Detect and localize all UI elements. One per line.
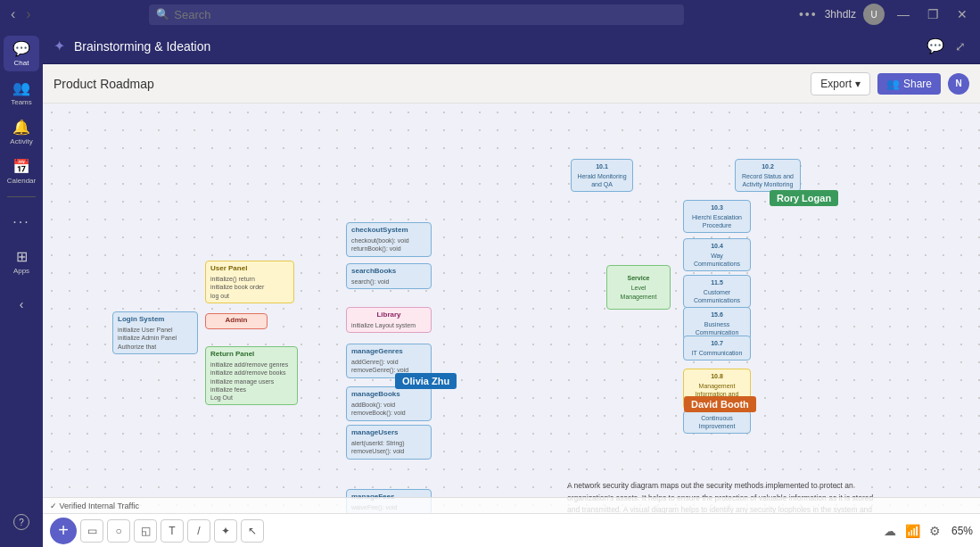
main-area: ✦ Brainstorming & Ideation 💬 ⤢ Product R… <box>43 29 980 547</box>
expand-button[interactable]: ⤢ <box>951 36 969 57</box>
sidebar-collapse-button[interactable]: ‹ <box>4 286 39 322</box>
node-10-7: 10.7 IT Communication <box>683 336 751 361</box>
node-manage-users: manageUsers alert(userld: String) remove… <box>346 425 432 460</box>
pointer-tool[interactable]: ↖ <box>241 519 264 543</box>
node-checkout-system: checkoutSystem checkout(book): void retu… <box>346 222 432 257</box>
bottom-toolbar: + ▭ ○ ◱ T / ✦ ↖ ☁ 📶 ⚙ 65% <box>43 513 980 547</box>
export-label: Export <box>820 78 852 90</box>
cursor-rory-logan: Rory Logan <box>770 190 838 206</box>
node-library: Library initialize Layout system <box>346 307 432 333</box>
node-11-5: 11.5 Customer Communications <box>683 275 751 308</box>
zoom-level-label: 65% <box>951 525 973 537</box>
wifi-icon[interactable]: 📶 <box>903 522 922 540</box>
sidebar-item-chat[interactable]: 💬 Chat <box>4 36 39 71</box>
verified-traffic-label: ✓ Verified Internal Traffic <box>50 501 139 510</box>
titlebar: ‹ › 🔍 ••• 3hhdlz U — ❐ ✕ <box>0 0 980 29</box>
settings-icon[interactable]: ⚙ <box>927 522 943 540</box>
text-tool[interactable]: T <box>161 519 184 543</box>
teams-icon: 👥 <box>12 79 30 96</box>
sidebar-item-calendar[interactable]: 📅 Calendar <box>4 153 39 189</box>
node-user: User Panel initialize() return initializ… <box>205 261 294 303</box>
sidebar-item-teams[interactable]: 👥 Teams <box>4 75 39 111</box>
node-search-books: searchBooks search(): void <box>346 263 432 289</box>
page-title: Brainstorming & Ideation <box>74 39 210 54</box>
sidebar-item-help[interactable]: ? <box>4 504 39 540</box>
app-root: ‹ › 🔍 ••• 3hhdlz U — ❐ ✕ 💬 Chat <box>0 0 980 547</box>
share-label: Share <box>903 78 932 90</box>
bottom-right: ☁ 📶 ⚙ 65% <box>882 522 973 540</box>
calendar-icon: 📅 <box>12 158 30 175</box>
restore-button[interactable]: ❐ <box>922 5 944 23</box>
nav-buttons: ‹ › <box>7 4 35 24</box>
apps-icon: ⊞ <box>16 248 28 265</box>
user-id-label: 3hhdlz <box>825 8 856 21</box>
export-button[interactable]: Export ▾ <box>811 72 870 95</box>
activity-icon: 🔔 <box>12 119 30 136</box>
app-layout: 💬 Chat 👥 Teams 🔔 Activity 📅 Calendar ···… <box>0 29 980 547</box>
nav-forward-button[interactable]: › <box>22 4 34 24</box>
canvas-toolbar: Product Roadmap Export ▾ 👥 Share N <box>43 64 980 104</box>
node-slm: Service Level Management <box>606 265 671 310</box>
node-manage-books: manageBooks addBook(): void removeBook()… <box>346 386 432 421</box>
sidebar-activity-label: Activity <box>10 137 32 145</box>
rectangle-tool[interactable]: ▭ <box>80 519 103 543</box>
search-input[interactable] <box>149 4 684 25</box>
sidebar-chat-label: Chat <box>14 59 29 67</box>
canvas-area[interactable]: Login System initialize User Panel initi… <box>43 104 980 513</box>
node-10-2: 10.2 Record Status and Activity Monitori… <box>735 159 801 192</box>
add-button[interactable]: + <box>50 518 77 544</box>
user-badge: N <box>948 73 969 95</box>
node-return-panel: Return Panel initialize add/remove genre… <box>205 346 298 405</box>
sidebar-divider <box>7 196 36 197</box>
help-icon: ? <box>13 514 29 530</box>
ellipse-tool[interactable]: ○ <box>107 519 130 543</box>
cursor-olivia-zhu: Olivia Zhu <box>395 373 457 389</box>
minimize-button[interactable]: — <box>892 5 915 23</box>
chat-toggle-button[interactable]: 💬 <box>923 34 948 58</box>
sidebar-calendar-label: Calendar <box>7 177 36 185</box>
sidebar-apps-label: Apps <box>13 267 29 275</box>
node-10-3: 10.3 Hierchi Escalation Procedure <box>683 200 751 233</box>
cursor-david-booth: David Booth <box>684 396 756 412</box>
canvas-svg <box>43 104 310 237</box>
top-bar: ✦ Brainstorming & Ideation 💬 ⤢ <box>43 29 980 64</box>
chat-icon: 💬 <box>12 40 30 57</box>
titlebar-left: ‹ › <box>7 4 35 24</box>
sidebar-item-apps[interactable]: ⊞ Apps <box>4 244 39 279</box>
special-tool[interactable]: ✦ <box>214 519 237 543</box>
avatar[interactable]: U <box>863 4 885 25</box>
topbar-actions: 💬 ⤢ <box>923 34 969 58</box>
node-10-4: 10.4 Way Communications <box>683 238 751 271</box>
node-10-1: 10.1 Herald Monitoring and QA <box>571 159 633 192</box>
share-icon: 👥 <box>886 78 900 90</box>
more-icon: ··· <box>12 214 29 230</box>
container-tool[interactable]: ◱ <box>134 519 157 543</box>
node-login-system: Login System initialize User Panel initi… <box>112 311 198 354</box>
titlebar-right: ••• 3hhdlz U — ❐ ✕ <box>799 4 973 25</box>
nav-back-button[interactable]: ‹ <box>7 4 19 24</box>
canvas-status-bar: ✓ Verified Internal Traffic <box>43 497 980 513</box>
canvas-title: Product Roadmap <box>54 77 154 91</box>
search-icon: 🔍 <box>156 8 169 21</box>
sidebar-item-activity[interactable]: 🔔 Activity <box>4 114 39 150</box>
export-chevron-icon: ▾ <box>855 78 861 90</box>
sidebar-item-more[interactable]: ··· <box>4 204 39 240</box>
sidebar: 💬 Chat 👥 Teams 🔔 Activity 📅 Calendar ···… <box>0 29 43 547</box>
node-admin: Admin <box>205 313 268 329</box>
line-tool[interactable]: / <box>187 519 210 543</box>
close-button[interactable]: ✕ <box>951 5 973 23</box>
node-continuous-improvement: Continuous Improvement <box>683 410 751 434</box>
cloud-icon[interactable]: ☁ <box>882 522 898 540</box>
collapse-icon: ‹ <box>20 297 24 311</box>
share-button[interactable]: 👥 Share <box>877 73 941 95</box>
search-bar: 🔍 <box>149 4 684 25</box>
sidebar-teams-label: Teams <box>11 98 32 106</box>
page-type-icon: ✦ <box>54 37 65 54</box>
more-options-icon[interactable]: ••• <box>799 7 818 21</box>
